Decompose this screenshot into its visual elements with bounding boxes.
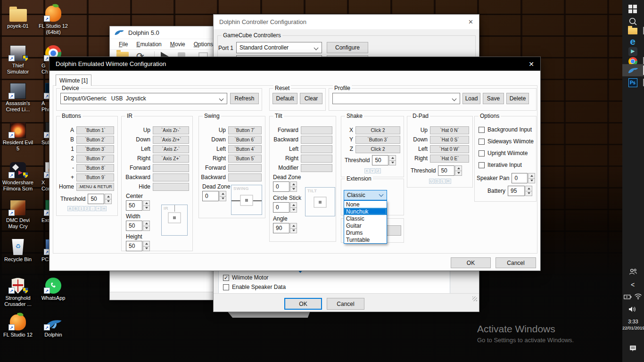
- mapping-button-plus[interactable]: `Button 9`: [76, 173, 114, 181]
- extension-option-drums[interactable]: Drums: [344, 229, 387, 236]
- tilt-circlestick-input[interactable]: 0: [273, 202, 289, 213]
- wiimote-titlebar[interactable]: Dolphin Emulated Wiimote Configuration ✕: [50, 57, 540, 71]
- ir-width-input[interactable]: 50: [126, 221, 142, 231]
- desktop-icon-whatsapp[interactable]: ↗ WhatsApp: [35, 276, 71, 301]
- dpad-threshold-stepper[interactable]: [455, 165, 462, 176]
- config-cancel-button[interactable]: Cancel: [327, 298, 364, 310]
- desktop-icon-resident-evil-5[interactable]: ↗ Resident Evil5: [0, 120, 36, 152]
- tilt-left-button[interactable]: [301, 145, 332, 153]
- shake-y-button[interactable]: `Button 3`: [355, 136, 400, 144]
- desktop-icon-dmc[interactable]: ↗ DMC DeviMay Cry: [0, 198, 36, 230]
- wifi-status[interactable]: [633, 291, 643, 301]
- tilt-right-button[interactable]: [301, 155, 332, 163]
- device-select[interactable]: DInput/0/Generic USB Joystick: [60, 93, 227, 104]
- dpad-threshold-input[interactable]: 50: [438, 165, 454, 176]
- menu-movie[interactable]: Movie: [166, 41, 190, 48]
- wiimote-tab[interactable]: Wiimote [1]: [56, 74, 91, 86]
- wiimote-cancel-button[interactable]: Cancel: [495, 257, 536, 268]
- extension-option-nunchuk[interactable]: Nunchuk: [344, 208, 387, 215]
- tilt-circlestick-stepper[interactable]: [290, 202, 297, 213]
- iterative-input-checkbox[interactable]: [479, 162, 485, 168]
- edge-button[interactable]: e: [622, 37, 643, 46]
- ir-down-button[interactable]: `Axis Zr+`: [153, 136, 189, 144]
- desktop-icon-recycle-bin[interactable]: Recycle Bin: [0, 237, 36, 263]
- file-explorer-button[interactable]: [622, 26, 643, 36]
- mapping-button-2[interactable]: `Button 7`: [76, 155, 114, 163]
- swing-down-button[interactable]: `Button 6`: [228, 136, 262, 144]
- close-icon[interactable]: ✕: [528, 60, 534, 68]
- save-button[interactable]: Save: [483, 93, 504, 104]
- battery-status[interactable]: [622, 292, 633, 302]
- search-button[interactable]: [622, 16, 643, 26]
- swing-up-button[interactable]: `Button 7`: [228, 126, 262, 134]
- tilt-backward-button[interactable]: [301, 136, 332, 144]
- extension-option-turntable[interactable]: Turntable: [344, 236, 387, 243]
- swing-deadzone-input[interactable]: 0: [202, 191, 219, 201]
- swing-right-button[interactable]: `Button 5`: [228, 155, 262, 163]
- dpad-down-button[interactable]: `Hat 0 S`: [430, 136, 469, 144]
- ir-width-stepper[interactable]: [143, 221, 150, 231]
- tilt-deadzone-stepper[interactable]: [290, 181, 297, 192]
- desktop-icon-wondershare-filmora[interactable]: ↗ WondershareFilmora Scrn: [0, 160, 36, 192]
- port1-select[interactable]: Standard Controller: [236, 42, 322, 53]
- ir-height-stepper[interactable]: [143, 241, 150, 251]
- close-icon[interactable]: ✕: [468, 18, 473, 25]
- resize-grip[interactable]: [472, 296, 477, 301]
- tilt-forward-button[interactable]: [301, 126, 332, 134]
- ir-hide-button[interactable]: [153, 183, 189, 191]
- clock[interactable]: 3:33 22/01/2019: [622, 319, 644, 330]
- speaker-pan-stepper[interactable]: [528, 173, 535, 183]
- show-hidden-icons-button[interactable]: <: [622, 280, 643, 289]
- battery-stepper[interactable]: [525, 186, 532, 196]
- ir-left-button[interactable]: `Axis Z-`: [153, 145, 189, 153]
- desktop-icon-poyek-01[interactable]: poyek-01: [0, 4, 36, 29]
- controller-titlebar[interactable]: Dolphin Controller Configuration ✕: [214, 15, 479, 29]
- tilt-angle-input[interactable]: 90: [273, 223, 289, 233]
- battery-input[interactable]: 95: [508, 186, 525, 196]
- photoshop-button[interactable]: Ps: [622, 78, 643, 87]
- port1-configure-button[interactable]: Configure: [327, 42, 368, 53]
- shake-threshold-input[interactable]: 50: [372, 155, 388, 165]
- desktop-icon-thief-simulator[interactable]: ↗ ThiefSimulator: [0, 43, 36, 75]
- buttons-threshold-stepper[interactable]: [105, 194, 112, 204]
- people-button[interactable]: [622, 267, 643, 277]
- mapping-button-1[interactable]: `Button 3`: [76, 145, 114, 153]
- menu-emulation[interactable]: Emulation: [132, 41, 165, 48]
- config-ok-button[interactable]: OK: [284, 298, 322, 310]
- dpad-up-button[interactable]: `Hat 0 N`: [430, 126, 469, 134]
- desktop-icon-fl-studio[interactable]: ↗ FL Studio 12: [0, 313, 36, 338]
- swing-backward-button[interactable]: [228, 173, 262, 181]
- wiimote-motor-checkbox[interactable]: ✓: [223, 275, 229, 281]
- extension-option-none[interactable]: None: [344, 201, 387, 208]
- background-input-checkbox[interactable]: [479, 127, 485, 133]
- buttons-threshold-input[interactable]: 50: [88, 194, 104, 204]
- ir-center-input[interactable]: 50: [126, 200, 142, 211]
- extension-select[interactable]: Classic: [344, 190, 387, 200]
- speaker-pan-input[interactable]: 0: [512, 173, 528, 183]
- mapping-button-b[interactable]: `Button 2`: [76, 136, 114, 144]
- filmora-button[interactable]: [622, 47, 643, 56]
- refresh-button[interactable]: Refresh: [230, 93, 259, 104]
- extension-option-classic[interactable]: Classic: [344, 215, 387, 222]
- enable-speaker-checkbox[interactable]: [223, 284, 229, 290]
- start-button[interactable]: [622, 4, 643, 14]
- default-button[interactable]: Default: [272, 93, 297, 104]
- menu-file[interactable]: File: [115, 41, 132, 48]
- shake-z-button[interactable]: Click 2: [355, 145, 400, 153]
- upright-wiimote-checkbox[interactable]: [479, 150, 485, 156]
- dpad-right-button[interactable]: `Hat 0 E`: [430, 155, 469, 163]
- ir-center-stepper[interactable]: [143, 200, 150, 211]
- dolphin-taskbar-button[interactable]: [622, 64, 644, 76]
- volume-status[interactable]: [622, 304, 643, 314]
- sideways-wiimote-checkbox[interactable]: [479, 139, 485, 145]
- tilt-modifier-button[interactable]: [301, 164, 332, 172]
- desktop-icon-stronghold[interactable]: ↗ StrongholdCrusader ...: [0, 276, 36, 307]
- tilt-angle-stepper[interactable]: [290, 223, 297, 233]
- mapping-button-home[interactable]: .MENU & RETUR: [76, 183, 114, 191]
- swing-forward-button[interactable]: [228, 164, 262, 172]
- load-button[interactable]: Load: [462, 93, 480, 104]
- ir-forward-button[interactable]: [153, 164, 189, 172]
- extension-option-guitar[interactable]: Guitar: [344, 222, 387, 229]
- mapping-button-minus[interactable]: `Button 8`: [76, 164, 114, 172]
- desktop-icon-dolphin[interactable]: ↗ Dolphin: [35, 313, 71, 338]
